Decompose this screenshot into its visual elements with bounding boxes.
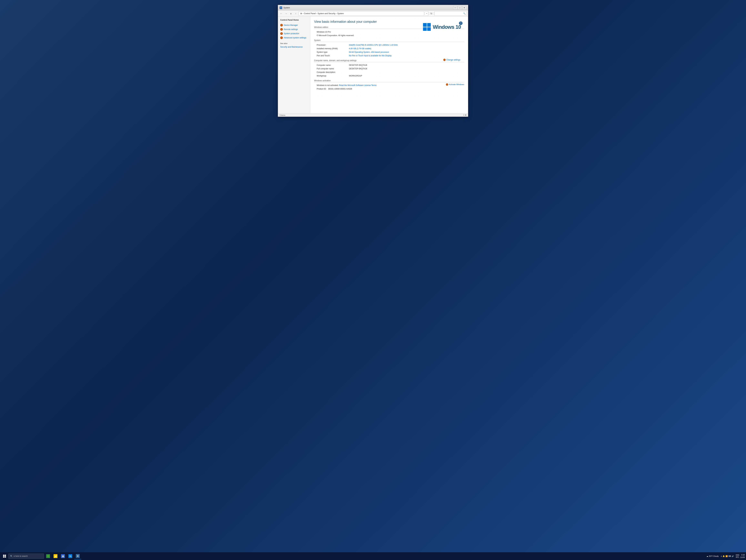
product-id-row: Product ID: 00331-10000-00001-AA026 <box>314 88 464 90</box>
device-manager-label: Device Manager <box>284 24 298 26</box>
sidebar-item-device-manager[interactable]: 🛡 Device Manager <box>278 23 310 27</box>
address-dropdown-button[interactable]: ▾ <box>425 11 428 16</box>
computer-desc-row: Computer description: <box>314 71 464 73</box>
windows-logo-area: Windows 10 <box>423 23 461 31</box>
taskbar-app-calculator[interactable]: ▦ <box>59 553 66 559</box>
sys-tray: ∧ 🔔 📶 ⌨ 🔊 <box>720 555 735 557</box>
full-computer-name-row: Full computer name: DESKTOP-0KQTAJ8 <box>314 67 464 70</box>
clock-date: 11/29 <box>740 556 745 559</box>
sidebar-item-system-protection[interactable]: 🛡 System protection <box>278 31 310 36</box>
taskbar-app-person[interactable]: 🌿 <box>45 553 52 559</box>
close-button[interactable]: ✕ <box>462 6 466 9</box>
clock-area[interactable]: 3:18 11/29 <box>740 554 745 559</box>
system-section-header: System <box>314 39 464 42</box>
taskbar-app-system[interactable]: 🖥 <box>74 553 81 559</box>
minimize-button[interactable]: — <box>453 6 457 9</box>
change-settings-link[interactable]: 🛡 Change settings <box>443 59 460 61</box>
window-title: System <box>284 7 453 9</box>
recent-locations-button[interactable]: ∨ <box>289 11 293 16</box>
items-count: 9 items <box>280 114 285 116</box>
start-logo <box>3 555 6 558</box>
language-line2: INTL <box>736 556 739 558</box>
copyright-row: © Microsoft Corporation. All rights rese… <box>314 34 464 37</box>
pen-touch-label: Pen and Touch: <box>317 55 349 57</box>
back-button[interactable]: ← <box>279 11 283 16</box>
workgroup-label: Workgroup: <box>317 75 349 77</box>
taskbar-app-explorer[interactable]: 📁 <box>52 553 59 559</box>
taskbar-store-icon: 🛍 <box>68 554 72 558</box>
copyright-value: © Microsoft Corporation. All rights rese… <box>317 34 354 37</box>
taskbar-app-store[interactable]: 🛍 <box>67 553 74 559</box>
start-sq-4 <box>5 556 6 558</box>
edition-row: Windows 10 Pro <box>314 31 464 33</box>
taskbar-apps: 🌿 📁 ▦ 🛍 🖥 <box>45 553 81 559</box>
activate-windows-label: Activate Windows <box>449 83 464 86</box>
refresh-button[interactable]: ↻ <box>429 11 433 16</box>
address-bar: ← → ∨ ↑ 🖥 › Control Panel › System and S… <box>278 10 468 17</box>
taskbar-search-icon: 🔍 <box>10 555 13 557</box>
full-computer-name-value: DESKTOP-0KQTAJ8 <box>349 67 367 70</box>
security-maintenance-link[interactable]: Security and Maintenance <box>278 45 310 49</box>
title-bar: 🖥 System — □ ✕ <box>278 5 468 10</box>
tray-volume-icon: 🔊 <box>731 555 734 557</box>
computer-name-value: DESKTOP-0KQTAJ8 <box>349 64 367 66</box>
sidebar-item-advanced-settings[interactable]: 🛡 Advanced system settings <box>278 36 310 40</box>
start-button[interactable] <box>1 553 8 559</box>
maximize-button[interactable]: □ <box>458 6 462 9</box>
advanced-settings-label: Advanced system settings <box>284 37 306 39</box>
pen-touch-value: No Pen or Touch Input is available for t… <box>349 55 392 57</box>
sidebar-item-remote-settings[interactable]: 🛡 Remote settings <box>278 27 310 31</box>
search-icon: 🔍 <box>463 12 466 15</box>
ms-license-terms-link[interactable]: Read the Microsoft Software License Term… <box>339 84 377 86</box>
taskbar-search-text: e here to search <box>14 555 28 557</box>
system-type-value: 64-bit Operating System, x64-based proce… <box>349 51 389 53</box>
taskbar: 🔍 e here to search 🌿 📁 ▦ 🛍 🖥 <box>0 552 746 560</box>
language-line1: ENG <box>736 554 739 556</box>
processor-label: Processor: <box>317 44 349 46</box>
search-input[interactable] <box>436 12 463 15</box>
workgroup-row: Workgroup: WORKGROUP <box>314 75 464 77</box>
right-panel: ? View basic information about your comp… <box>310 17 468 113</box>
product-id-label: Product ID: <box>317 88 326 90</box>
weather-text: 55°F Cloudy <box>709 555 719 557</box>
taskbar-explorer-icon: 📁 <box>54 554 57 558</box>
taskbar-search-bar[interactable]: 🔍 e here to search <box>8 554 44 559</box>
forward-button[interactable]: → <box>284 11 288 16</box>
weather-widget[interactable]: ☁ 55°F Cloudy <box>707 555 719 557</box>
activate-shield-icon: 🛡 <box>446 83 448 86</box>
windows-activation-header: Windows activation <box>314 80 464 82</box>
system-protection-shield-icon: 🛡 <box>280 32 283 35</box>
taskbar-person-icon: 🌿 <box>46 554 50 558</box>
ram-row: Installed memory (RAM): 4.00 GB (3.79 GB… <box>314 48 464 50</box>
search-box[interactable]: 🔍 <box>434 11 467 16</box>
pen-touch-row: Pen and Touch: No Pen or Touch Input is … <box>314 55 464 57</box>
full-computer-name-label: Full computer name: <box>317 67 349 70</box>
computer-name-row: Computer name: DESKTOP-0KQTAJ8 <box>314 64 464 66</box>
system-window: 🖥 System — □ ✕ ← → ∨ ↑ 🖥 › Control Panel… <box>278 5 468 117</box>
status-bar: 9 items ≡ ⊞ <box>278 113 468 117</box>
start-sq-3 <box>3 556 4 558</box>
win-sq-3 <box>423 27 427 31</box>
title-bar-buttons: — □ ✕ <box>453 6 466 9</box>
processor-row: Processor: Intel(R) Core(TM) i5-1035G1 C… <box>314 44 464 46</box>
address-path[interactable]: 🖥 › Control Panel › System and Security … <box>298 11 424 16</box>
activate-windows-link[interactable]: 🛡 Activate Windows <box>446 83 464 86</box>
tray-notifications-icon: 🔔 <box>723 555 725 557</box>
computer-name-label: Computer name: <box>317 64 349 66</box>
address-system: System <box>337 12 344 15</box>
taskbar-right: ☁ 55°F Cloudy ∧ 🔔 📶 ⌨ 🔊 ENG INTL 3:18 11… <box>707 554 745 559</box>
clock-time: 3:18 <box>740 554 745 556</box>
taskbar-calc-icon: ▦ <box>61 554 65 558</box>
device-manager-shield-icon: 🛡 <box>280 24 283 26</box>
up-button[interactable]: ↑ <box>294 11 298 16</box>
edition-value: Windows 10 Pro <box>317 31 331 33</box>
address-system-security: System and Security <box>318 12 336 15</box>
language-indicator[interactable]: ENG INTL <box>736 554 739 558</box>
tray-chevron[interactable]: ∧ <box>721 555 722 557</box>
start-sq-2 <box>5 555 6 556</box>
win-sq-4 <box>427 27 431 31</box>
remote-settings-shield-icon: 🛡 <box>280 28 283 31</box>
help-button[interactable]: ? <box>459 22 462 25</box>
computer-desc-label: Computer description: <box>317 71 349 73</box>
activation-status-text: Windows is not activated. <box>317 84 339 86</box>
